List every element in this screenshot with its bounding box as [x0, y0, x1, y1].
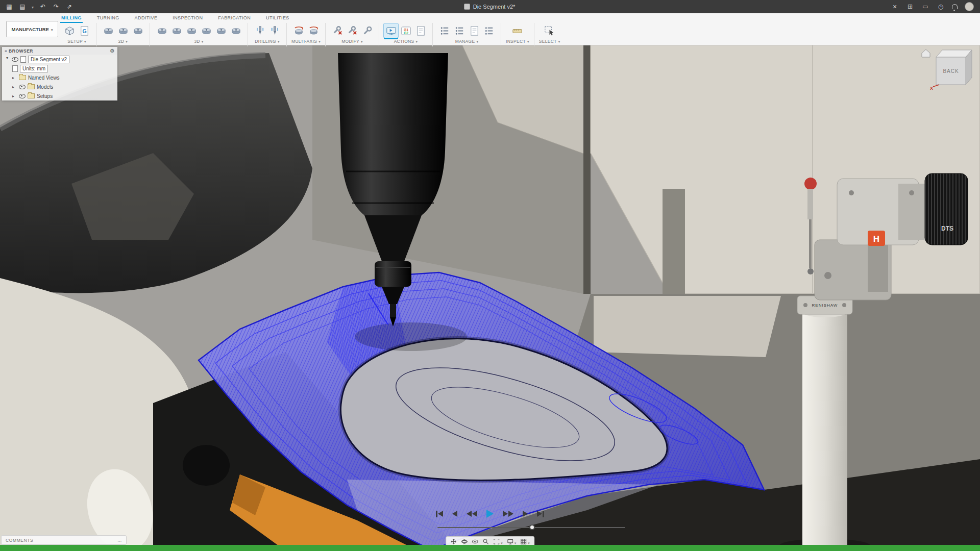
- display-icon[interactable]: [921, 3, 929, 11]
- simulation-timeline[interactable]: [437, 525, 625, 530]
- comments-bar[interactable]: COMMENTS: [1, 535, 127, 545]
- tab-additive[interactable]: ADDITIVE: [134, 14, 159, 23]
- inspect-tool-button[interactable]: [510, 23, 525, 38]
- undo-icon[interactable]: [39, 3, 47, 11]
- nc-program-button[interactable]: G: [77, 23, 91, 38]
- 3d-tool-button-2[interactable]: [169, 23, 184, 38]
- titlebar: Die Segment v2*: [0, 0, 980, 13]
- 3d-tool-button-5[interactable]: [214, 23, 228, 38]
- modify-tool-button-2[interactable]: [345, 23, 359, 38]
- browser-row-setups[interactable]: Setups: [2, 91, 117, 101]
- node-label[interactable]: Models: [37, 84, 53, 90]
- 3d-tool-button-1[interactable]: [155, 23, 169, 38]
- group-label-modify[interactable]: MODIFY: [341, 39, 363, 44]
- expander-icon[interactable]: [12, 76, 17, 80]
- new-setup-button[interactable]: [62, 23, 77, 38]
- browser-row-named-views[interactable]: Named Views: [2, 73, 117, 82]
- 2d-tool-button-3[interactable]: [131, 23, 145, 38]
- svg-text:G: G: [82, 28, 86, 34]
- 3d-tool-button-6[interactable]: [229, 23, 243, 38]
- visibility-eye-icon[interactable]: [12, 57, 18, 62]
- 3d-tool-button-4[interactable]: [199, 23, 213, 38]
- visibility-eye-icon[interactable]: [19, 85, 26, 89]
- manage-tool-button-3[interactable]: [467, 23, 481, 38]
- 3d-tool-button-3[interactable]: [184, 23, 199, 38]
- setup-sheet-button[interactable]: [413, 23, 428, 38]
- group-label-inspect[interactable]: INSPECT: [506, 39, 529, 44]
- expander-icon[interactable]: [12, 85, 17, 89]
- multiaxis-tool-button-2[interactable]: [306, 23, 321, 38]
- manage-tool-button-4[interactable]: [482, 23, 496, 38]
- node-label[interactable]: Die Segment v2: [28, 56, 69, 63]
- group-label-multiaxis[interactable]: MULTI-AXIS: [291, 39, 321, 44]
- modify-tool-button-1[interactable]: [330, 23, 345, 38]
- units-icon: [12, 65, 18, 72]
- go-to-start-button[interactable]: [435, 510, 444, 518]
- tab-inspection[interactable]: INSPECTION: [172, 14, 204, 23]
- browser-header: BROWSER: [2, 47, 117, 55]
- play-reverse-button[interactable]: [465, 510, 478, 518]
- orbit-icon[interactable]: [461, 538, 468, 545]
- tab-milling[interactable]: MILLING: [60, 14, 83, 23]
- expander-icon[interactable]: [5, 57, 10, 62]
- pan-icon[interactable]: [450, 538, 457, 545]
- share-icon[interactable]: [65, 3, 74, 11]
- manage-tool-button-2[interactable]: [452, 23, 467, 38]
- play-button[interactable]: [485, 509, 495, 519]
- look-at-icon[interactable]: [472, 538, 478, 545]
- visibility-eye-icon[interactable]: [19, 94, 26, 98]
- file-caret-icon[interactable]: [32, 4, 34, 10]
- modify-tool-button-3[interactable]: [360, 23, 374, 38]
- cutting-tool: [390, 304, 396, 317]
- zoom-icon[interactable]: [482, 538, 489, 545]
- drilling-tool-button-1[interactable]: [253, 23, 267, 38]
- group-label-setup[interactable]: SETUP: [67, 39, 86, 44]
- node-label[interactable]: Units: mm: [20, 65, 48, 72]
- timeline-handle[interactable]: [529, 524, 535, 530]
- group-label-select[interactable]: SELECT: [539, 39, 560, 44]
- app-grid-icon[interactable]: [5, 3, 13, 11]
- tab-utilities[interactable]: UTILITIES: [265, 14, 290, 23]
- workspace-selector[interactable]: MANUFACTURE: [6, 21, 58, 37]
- group-label-2d[interactable]: 2D: [118, 39, 128, 44]
- axis-x-label: X: [930, 86, 933, 91]
- post-process-button[interactable]: G1 G2: [399, 23, 413, 38]
- step-back-button[interactable]: [451, 510, 458, 518]
- drilling-tool-button-2[interactable]: [267, 23, 282, 38]
- ribbon-group-manage: MANAGE: [435, 23, 498, 44]
- viewport-3d[interactable]: RENISHAW DTS H BACK X: [0, 0, 980, 551]
- profile-avatar[interactable]: [965, 2, 974, 11]
- tab-turning[interactable]: TURNING: [96, 14, 120, 23]
- expander-icon[interactable]: [12, 94, 17, 98]
- notifications-icon[interactable]: [952, 4, 958, 9]
- fast-forward-button[interactable]: [502, 510, 514, 518]
- browser-settings-icon[interactable]: [110, 48, 115, 54]
- folder-icon: [28, 93, 35, 98]
- group-label-manage[interactable]: MANAGE: [455, 39, 478, 44]
- 2d-tool-button-1[interactable]: [101, 23, 115, 38]
- collapse-browser-icon[interactable]: [5, 48, 7, 54]
- comments-expand-icon[interactable]: [117, 538, 122, 543]
- group-label-3d[interactable]: 3D: [194, 39, 203, 44]
- extensions-icon[interactable]: [906, 3, 914, 11]
- node-label[interactable]: Setups: [37, 93, 53, 99]
- step-forward-button[interactable]: [522, 510, 529, 518]
- browser-row-document[interactable]: Die Segment v2: [2, 55, 117, 64]
- multiaxis-tool-button-1[interactable]: [291, 23, 306, 38]
- select-tool-button[interactable]: [543, 23, 557, 38]
- go-to-end-button[interactable]: [536, 510, 545, 518]
- close-icon[interactable]: [891, 3, 899, 11]
- browser-row-units[interactable]: Units: mm: [2, 64, 117, 73]
- redo-icon[interactable]: [52, 3, 60, 11]
- group-label-drilling[interactable]: DRILLING: [255, 39, 279, 44]
- node-label[interactable]: Named Views: [28, 75, 60, 81]
- group-label-actions[interactable]: ACTIONS: [394, 39, 418, 44]
- viewcube-face-label[interactable]: BACK: [943, 68, 959, 74]
- file-menu-icon[interactable]: [18, 3, 27, 11]
- simulate-button[interactable]: [384, 23, 398, 38]
- manage-tool-button-1[interactable]: [437, 23, 452, 38]
- job-status-icon[interactable]: [937, 3, 945, 11]
- tab-fabrication[interactable]: FABRICATION: [217, 14, 252, 23]
- browser-row-models[interactable]: Models: [2, 82, 117, 91]
- 2d-tool-button-2[interactable]: [116, 23, 130, 38]
